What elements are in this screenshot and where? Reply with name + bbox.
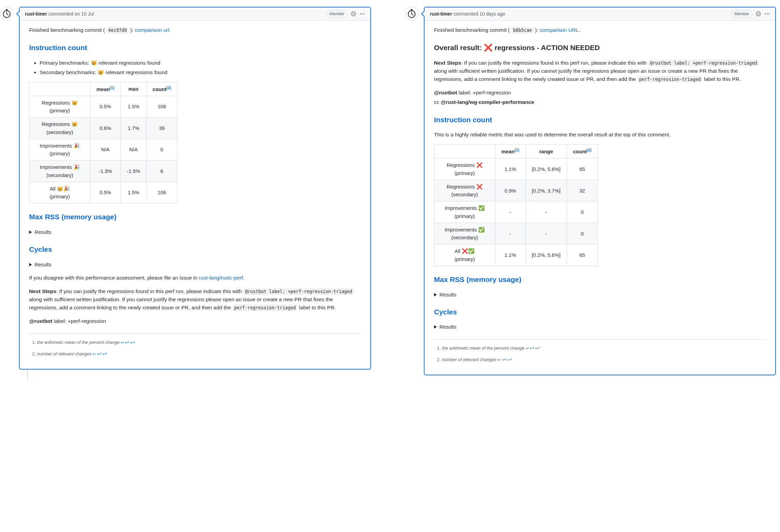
cell-mean: 0.6% — [90, 117, 121, 139]
svg-line-11 — [9, 12, 9, 12]
rustbot-label-code: @rustbot label: +perf-regression-triaged — [243, 288, 354, 295]
cell-max: 1.5% — [121, 96, 146, 117]
cell-count: 32 — [567, 180, 598, 201]
table-row: Regressions 😿(secondary)0.6%1.7%39 — [29, 117, 177, 139]
member-badge: Member — [731, 10, 752, 18]
kebab-menu-button[interactable] — [360, 11, 365, 17]
kebab-menu-button[interactable] — [764, 11, 770, 17]
commit-sha[interactable]: b8b5cae — [511, 27, 534, 34]
cycles-heading: Cycles — [434, 307, 766, 318]
benchmark-bullet: Primary benchmarks: 😿 relevant regressio… — [40, 59, 361, 67]
footnote-backref[interactable]: ↩ — [121, 340, 124, 345]
row-label: Improvements 🎉(primary) — [29, 139, 90, 160]
footnote-backref[interactable]: ↩ — [498, 358, 501, 362]
svg-line-28 — [409, 12, 410, 12]
footnote-ref[interactable]: [1] — [515, 148, 519, 152]
row-label: Improvements ✅(primary) — [434, 201, 495, 223]
comment-author-line: rust-timer commented on 10 Jul — [25, 11, 326, 17]
cycles-details[interactable]: Results — [434, 323, 766, 331]
cycles-details[interactable]: Results — [29, 261, 361, 268]
commit-sha[interactable]: 4ec97d9 — [106, 27, 129, 34]
footnote-ref[interactable]: [2] — [587, 148, 591, 152]
triaged-label-code: perf-regression-triaged — [233, 304, 298, 311]
stopwatch-icon — [1, 8, 12, 19]
footnote-backref[interactable]: ↩³ — [507, 358, 512, 362]
footnote-backref[interactable]: ↩ — [93, 352, 96, 356]
row-label: Regressions ❌(secondary) — [434, 180, 495, 201]
footnote-backref[interactable]: ↩³ — [103, 352, 107, 356]
footnote-backref[interactable]: ↩³ — [535, 346, 540, 350]
table-row: All 😿🎉(primary)0.5%1.5%106 — [29, 182, 177, 203]
svg-point-17 — [362, 14, 363, 15]
cell-max: N/A — [121, 139, 146, 160]
avatar[interactable] — [405, 7, 418, 20]
results-summary[interactable]: Results — [29, 261, 361, 268]
table-row: Regressions ❌(primary)1.1%[0.2%, 5.6%]65 — [434, 158, 598, 180]
cell-mean: 1.1% — [495, 244, 526, 266]
cell-count: 106 — [146, 96, 177, 117]
rustc-perf-link[interactable]: rust-lang/rustc-perf — [199, 275, 243, 281]
comparison-url-link[interactable]: comparison URL — [540, 27, 579, 33]
row-label: Regressions ❌(primary) — [434, 158, 495, 180]
author-link[interactable]: rust-timer — [25, 11, 47, 17]
cell-count: 0 — [567, 201, 598, 223]
emoji-reaction-button[interactable] — [756, 11, 761, 17]
max-rss-details[interactable]: Results — [434, 291, 766, 298]
svg-rect-4 — [6, 10, 7, 11]
footnote-backref[interactable]: ↩³ — [130, 340, 135, 345]
svg-line-30 — [414, 12, 414, 12]
table-header — [434, 145, 495, 158]
cell-mean: 0.5% — [90, 182, 121, 203]
footnote-ref[interactable]: [1] — [110, 86, 114, 90]
results-summary[interactable]: Results — [434, 323, 766, 331]
instruction-count-heading: Instruction count — [434, 114, 766, 126]
table-row: Improvements 🎉(primary)N/AN/A0 — [29, 139, 177, 160]
max-rss-details[interactable]: Results — [29, 228, 361, 236]
comparison-url-link[interactable]: comparison url — [135, 27, 169, 33]
table-header: count[2] — [146, 82, 177, 96]
footnote-backref[interactable]: ↩² — [530, 346, 534, 350]
svg-line-21 — [412, 14, 413, 15]
svg-point-18 — [364, 14, 365, 15]
emoji-reaction-button[interactable] — [351, 11, 356, 17]
next-steps-para: Next Steps: If you can justify the regre… — [434, 59, 766, 83]
footnote-backref[interactable]: ↩² — [97, 352, 102, 356]
comment-body: Finished benchmarking commit ( 4ec97d9 )… — [20, 21, 370, 369]
row-label: All ❌✅(primary) — [434, 244, 495, 266]
timeline-connector — [27, 370, 28, 380]
footnote-ref[interactable]: [2] — [167, 86, 171, 90]
triaged-label-code: perf-regression-triaged — [637, 76, 703, 83]
footnote-backref[interactable]: ↩ — [526, 346, 529, 350]
svg-point-33 — [757, 13, 758, 14]
row-label: Improvements ✅(secondary) — [434, 223, 495, 244]
cell-count: 6 — [146, 160, 177, 182]
cell-count: 65 — [567, 158, 598, 180]
comment-card: rust-timer commented on 10 Jul Member — [19, 7, 371, 370]
row-label: Regressions 😿(secondary) — [29, 117, 90, 139]
svg-point-34 — [759, 13, 759, 14]
svg-line-29 — [414, 16, 414, 16]
svg-point-13 — [351, 12, 356, 16]
rustbot-mention: @rustbot label: +perf-regression — [434, 89, 766, 97]
footnote-backref[interactable]: ↩² — [125, 340, 129, 345]
cell-mean: N/A — [90, 139, 121, 160]
svg-line-31 — [409, 16, 410, 16]
comment-body: Finished benchmarking commit ( b8b5cae )… — [425, 21, 775, 375]
row-label: All 😿🎉(primary) — [29, 182, 90, 203]
cell-mean: - — [495, 201, 526, 223]
comment-author-line: rust-timer commented 10 days ago — [430, 11, 731, 17]
footnote-backref[interactable]: ↩² — [502, 358, 506, 362]
cell-max: 1.7% — [121, 117, 146, 139]
cell-count: 106 — [146, 182, 177, 203]
results-summary[interactable]: Results — [29, 228, 361, 236]
comment-card: rust-timer commented 10 days ago Member — [424, 7, 776, 375]
stopwatch-icon — [406, 8, 417, 19]
table-row: Improvements 🎉(secondary)-1.3%-1.5%6 — [29, 160, 177, 182]
cell-max: -1.5% — [121, 160, 146, 182]
author-link[interactable]: rust-timer — [430, 11, 452, 17]
results-summary[interactable]: Results — [434, 291, 766, 298]
avatar[interactable] — [0, 7, 14, 20]
svg-line-9 — [4, 12, 5, 12]
cell-mean: -1.3% — [90, 160, 121, 182]
comment-header: rust-timer commented on 10 Jul Member — [20, 7, 370, 21]
